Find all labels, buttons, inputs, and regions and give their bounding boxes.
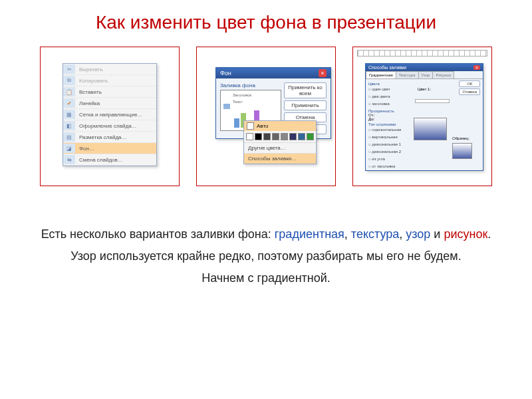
p1-picture: рисунок xyxy=(444,227,487,241)
arrow-shape-icon xyxy=(223,104,230,109)
apply-all-button[interactable]: Применить ко всем xyxy=(284,82,327,98)
thumb-context-menu: ✂Вырезать ⧉Копировать 📋Вставить ✔Линейка… xyxy=(40,47,180,186)
paste-icon: 📋 xyxy=(63,87,75,96)
ok-button[interactable]: ОК xyxy=(459,80,480,87)
body-text: Есть несколько вариантов заливки фона: г… xyxy=(0,226,532,287)
page-title: Как изменить цвет фона в презентации xyxy=(0,12,532,33)
color1-label: Цвет 1: xyxy=(418,87,431,91)
fill-dialog-title: Способы заливки xyxy=(368,65,406,70)
ctx-paste[interactable]: 📋Вставить xyxy=(63,86,156,98)
swatch[interactable] xyxy=(307,133,314,140)
close-icon[interactable]: × xyxy=(473,65,480,70)
p1-intro: Есть несколько вариантов заливки фона: xyxy=(41,227,275,241)
cancel-button[interactable]: Отмена xyxy=(459,88,480,95)
close-icon[interactable]: × xyxy=(319,69,327,77)
preview-text: Текст xyxy=(233,100,243,104)
gradient-variant-preview[interactable] xyxy=(414,118,447,140)
color-auto[interactable]: Авто xyxy=(244,121,316,131)
preview-title: Заголовок xyxy=(233,93,251,97)
sh-title[interactable]: от заголовка xyxy=(368,163,480,170)
ctx-cut[interactable]: ✂Вырезать xyxy=(63,64,156,75)
grid-icon: ▦ xyxy=(63,110,75,119)
check-icon: ✔ xyxy=(63,98,75,108)
ctx-ruler[interactable]: ✔Линейка xyxy=(63,98,156,109)
p1-pattern: узор xyxy=(406,227,430,241)
apply-button[interactable]: Применить xyxy=(284,100,327,110)
transition-icon: ⇆ xyxy=(63,155,75,164)
copy-icon: ⧉ xyxy=(63,76,75,85)
bg-dialog-titlebar: Фон × xyxy=(216,68,331,78)
p2: Узор используется крайне редко, поэтому … xyxy=(33,248,499,265)
layout-icon: ▤ xyxy=(63,132,75,142)
swatch[interactable] xyxy=(255,133,262,140)
p1-texture: текстура xyxy=(351,227,399,241)
color-slider[interactable] xyxy=(415,99,450,103)
design-icon: ◧ xyxy=(63,121,75,130)
sample-preview xyxy=(452,143,472,159)
fill-methods[interactable]: Способы заливки… xyxy=(244,153,316,164)
swatch[interactable] xyxy=(272,133,279,140)
sample-label: Образец: xyxy=(452,136,469,140)
ctx-grid[interactable]: ▦Сетка и направляющие… xyxy=(63,109,156,120)
ctx-background[interactable]: ◪Фон… xyxy=(63,143,156,154)
ruler-icon xyxy=(357,50,487,57)
cut-icon: ✂ xyxy=(63,65,75,74)
swatch[interactable] xyxy=(298,133,305,140)
fill-tabs: Градиентная Текстура Узор Рисунок xyxy=(366,71,483,79)
ctx-transition[interactable]: ⇆Смена слайдов… xyxy=(63,154,156,166)
bg-section-label: Заливка фона xyxy=(220,82,281,90)
thumb-fill-dialog: Способы заливки × Градиентная Текстура У… xyxy=(352,47,492,186)
p3: Начнем с градиентной. xyxy=(33,270,499,287)
color-swatches[interactable] xyxy=(244,131,316,142)
ctx-layout[interactable]: ▤Разметка слайда… xyxy=(63,132,156,143)
swatch[interactable] xyxy=(246,133,253,140)
swatch[interactable] xyxy=(289,133,297,140)
fill-dialog: Способы заливки × Градиентная Текстура У… xyxy=(365,63,483,171)
tab-texture[interactable]: Текстура xyxy=(396,71,419,78)
p1-gradient: градиентная xyxy=(275,227,344,241)
thumbnail-row: ✂Вырезать ⧉Копировать 📋Вставить ✔Линейка… xyxy=(0,47,532,186)
tab-pattern[interactable]: Узор xyxy=(418,71,434,78)
background-icon: ◪ xyxy=(63,144,75,153)
context-menu: ✂Вырезать ⧉Копировать 📋Вставить ✔Линейка… xyxy=(63,63,157,166)
ctx-copy[interactable]: ⧉Копировать xyxy=(63,75,156,86)
swatch[interactable] xyxy=(281,133,288,140)
ctx-design[interactable]: ◧Оформление слайда… xyxy=(63,120,156,132)
thumb-bg-dialog: Фон × Заливка фона Заголовок Текст xyxy=(196,47,336,186)
bg-dialog-title: Фон xyxy=(220,70,231,76)
swatch[interactable] xyxy=(263,133,271,140)
color-popup: Авто Другие цвета… Способы заливки… xyxy=(243,120,317,164)
tab-picture[interactable]: Рисунок xyxy=(432,71,454,78)
tab-gradient[interactable]: Градиентная xyxy=(366,71,396,78)
fill-dialog-titlebar: Способы заливки × xyxy=(366,64,483,71)
more-colors[interactable]: Другие цвета… xyxy=(244,142,316,153)
